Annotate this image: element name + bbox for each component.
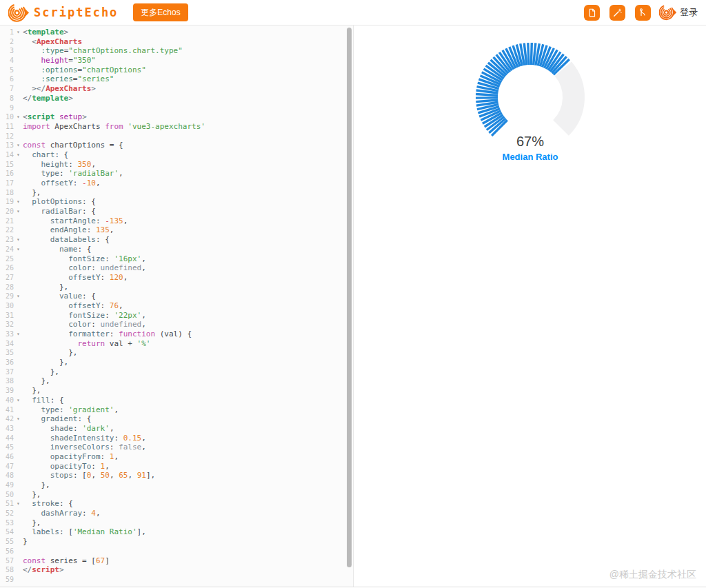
code-line[interactable]: 53 }, [0, 518, 353, 528]
code-line[interactable]: 45 inverseColors: false, [0, 443, 353, 452]
code-line[interactable]: 59 [0, 575, 353, 585]
code-line[interactable]: 3 :type="chartOptions.chart.type" [0, 46, 353, 56]
code-line[interactable]: 21 startAngle: -135, [0, 216, 353, 226]
new-file-icon [587, 8, 597, 18]
code-line[interactable]: 52 dashArray: 4, [0, 509, 353, 518]
code-line[interactable]: 24▾ name: { [0, 245, 353, 254]
fold-arrow-icon[interactable]: ▾ [14, 414, 23, 424]
code-line[interactable]: 56 [0, 547, 353, 556]
code-line[interactable]: 27 offsetY: 120, [0, 273, 353, 283]
code-line[interactable]: 34 return val + '%' [0, 339, 353, 349]
code-line[interactable]: 26 color: undefined, [0, 263, 353, 273]
code-line[interactable]: 8</template> [0, 94, 353, 103]
code-line[interactable]: 23▾ dataLabels: { [0, 235, 353, 245]
code-line[interactable]: 39 }, [0, 386, 353, 396]
fold-arrow-icon[interactable]: ▾ [14, 197, 23, 207]
fold-arrow-icon[interactable]: ▾ [14, 245, 23, 254]
code-line[interactable]: 38 }, [0, 376, 353, 386]
code-line[interactable]: 35 }, [0, 348, 353, 358]
code-line[interactable]: 33▾ formatter: function (val) { [0, 330, 353, 339]
code-text: </template> [23, 94, 73, 103]
code-text: }, [23, 480, 50, 490]
fold-arrow-icon[interactable]: ▾ [14, 499, 23, 509]
new-file-button[interactable] [584, 5, 600, 21]
fold-gutter [14, 434, 23, 443]
fold-arrow-icon[interactable]: ▾ [14, 28, 23, 37]
magic-wand-button[interactable] [609, 5, 625, 21]
code-text: }, [23, 358, 68, 367]
code-line[interactable]: 54 labels: ['Median Ratio'], [0, 527, 353, 537]
code-line[interactable]: 7 ></ApexCharts> [0, 84, 353, 94]
code-line[interactable]: 30 offsetY: 76, [0, 301, 353, 311]
code-line[interactable]: 47 opacityTo: 1, [0, 462, 353, 472]
line-number: 33 [0, 330, 14, 339]
editor-scrollbar[interactable] [347, 28, 352, 567]
code-line[interactable]: 25 fontSize: '16px', [0, 254, 353, 264]
code-line[interactable]: 43 shade: 'dark', [0, 424, 353, 434]
code-line[interactable]: 37 }, [0, 367, 353, 377]
code-line[interactable]: 17 offsetY: -10, [0, 179, 353, 188]
line-number: 23 [0, 235, 14, 245]
code-line[interactable]: 11import ApexCharts from 'vue3-apexchart… [0, 122, 353, 132]
git-branch-button[interactable] [635, 5, 651, 21]
more-echos-button[interactable]: 更多Echos [133, 3, 188, 21]
code-line[interactable]: 57const series = [67] [0, 556, 353, 566]
fold-arrow-icon[interactable]: ▾ [14, 150, 23, 160]
code-line[interactable]: 50 }, [0, 490, 353, 500]
code-line[interactable]: 32 color: undefined, [0, 320, 353, 330]
code-line[interactable]: 40▾ fill: { [0, 396, 353, 405]
fold-arrow-icon[interactable]: ▾ [14, 396, 23, 405]
code-line[interactable]: 6 :series="series" [0, 74, 353, 84]
code-line[interactable]: 14▾ chart: { [0, 150, 353, 160]
code-line[interactable]: 2 <ApexCharts [0, 37, 353, 47]
code-line[interactable]: 41 type: 'gradient', [0, 405, 353, 415]
code-line[interactable]: 16 type: 'radialBar', [0, 169, 353, 179]
code-line[interactable]: 55} [0, 537, 353, 547]
code-line[interactable]: 5 :options="chartOptions" [0, 65, 353, 75]
code-line[interactable]: 20▾ radialBar: { [0, 207, 353, 216]
code-line[interactable]: 31 fontSize: '22px', [0, 311, 353, 321]
code-line[interactable]: 10▾<script setup> [0, 112, 353, 122]
code-line[interactable]: 29▾ value: { [0, 292, 353, 301]
fold-arrow-icon[interactable]: ▾ [14, 235, 23, 245]
code-line[interactable]: 49 }, [0, 480, 353, 490]
fold-gutter [14, 301, 23, 311]
login-button[interactable]: 登录 [659, 3, 698, 21]
code-text: offsetY: -10, [23, 179, 101, 188]
code-line[interactable]: 22 endAngle: 135, [0, 225, 353, 235]
code-text: import ApexCharts from 'vue3-apexcharts' [23, 122, 205, 132]
code-line[interactable]: 46 opacityFrom: 1, [0, 452, 353, 462]
fold-gutter [14, 179, 23, 188]
fold-gutter [14, 480, 23, 490]
line-number: 32 [0, 320, 14, 330]
code-line[interactable]: 9 [0, 103, 353, 113]
code-line[interactable]: 4 height="350" [0, 56, 353, 65]
line-number: 9 [0, 103, 14, 113]
line-number: 47 [0, 462, 14, 472]
code-line[interactable]: 1▾<template> [0, 28, 353, 37]
code-line[interactable]: 51▾ stroke: { [0, 499, 353, 509]
fold-arrow-icon[interactable]: ▾ [14, 141, 23, 150]
code-line[interactable]: 13▾const chartOptions = { [0, 141, 353, 150]
logo-wedge [25, 8, 29, 17]
fold-arrow-icon[interactable]: ▾ [14, 207, 23, 216]
fold-arrow-icon[interactable]: ▾ [14, 292, 23, 301]
code-text: height="350" [23, 56, 96, 65]
git-branch-icon [638, 8, 648, 18]
code-lines: 1▾<template>2 <ApexCharts3 :type="chartO… [0, 28, 353, 585]
code-line[interactable]: 12 [0, 132, 353, 141]
code-line[interactable]: 15 height: 350, [0, 160, 353, 170]
fold-arrow-icon[interactable]: ▾ [14, 112, 23, 122]
code-line[interactable]: 28 }, [0, 283, 353, 292]
code-line[interactable]: 36 }, [0, 358, 353, 367]
code-line[interactable]: 42▾ gradient: { [0, 414, 353, 424]
code-editor[interactable]: 1▾<template>2 <ApexCharts3 :type="chartO… [0, 26, 353, 587]
code-line[interactable]: 18 }, [0, 188, 353, 198]
code-line[interactable]: 44 shadeIntensity: 0.15, [0, 434, 353, 443]
code-line[interactable]: 19▾ plotOptions: { [0, 197, 353, 207]
code-line[interactable]: 58</script> [0, 565, 353, 575]
fold-arrow-icon[interactable]: ▾ [14, 330, 23, 339]
fold-gutter [14, 254, 23, 264]
fold-gutter [14, 386, 23, 396]
code-line[interactable]: 48 stops: [0, 50, 65, 91], [0, 471, 353, 480]
